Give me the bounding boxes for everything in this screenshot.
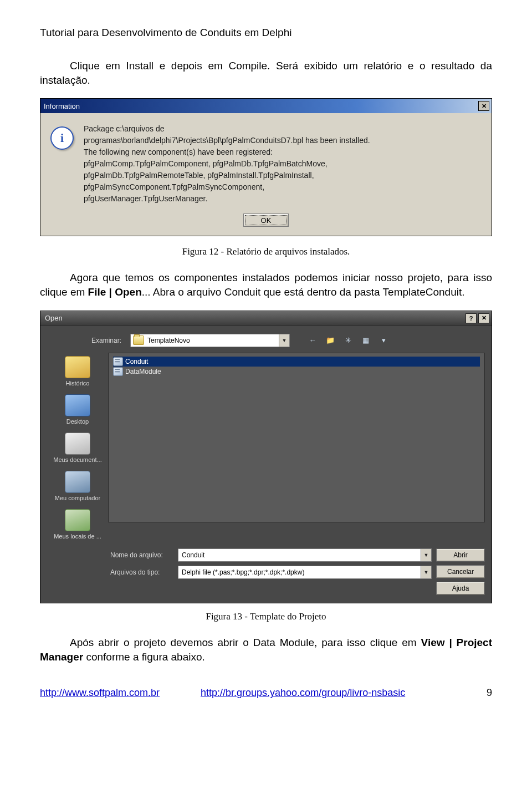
place-computer[interactable]: Meu computador bbox=[48, 471, 107, 501]
open-dialog: Open ? ✕ Examinar: TemplateNovo ▼ ← 📁 ✳ … bbox=[40, 311, 492, 603]
paragraph-open: Agora que temos os componentes instalado… bbox=[40, 271, 492, 299]
page-footer: http://www.softpalm.com.br http://br.gro… bbox=[40, 687, 492, 699]
footer-link-2[interactable]: http://br.groups.yahoo.com/group/livro-n… bbox=[201, 687, 405, 698]
views-dropdown-icon[interactable]: ▾ bbox=[377, 334, 390, 347]
lookin-label: Examinar: bbox=[47, 337, 126, 344]
page-header: Tutorial para Desenvolvimento de Conduit… bbox=[40, 27, 492, 39]
open-toolbar: ← 📁 ✳ ▦ ▾ bbox=[306, 334, 390, 347]
place-label: Meu computador bbox=[55, 495, 101, 501]
information-dialog: Information ✕ i Package c:\arquivos de p… bbox=[40, 98, 492, 236]
place-label: Histórico bbox=[66, 380, 90, 387]
open-dialog-title: Open bbox=[45, 314, 466, 322]
network-icon bbox=[65, 509, 90, 531]
paragraph-intro: Clique em Install e depois em Compile. S… bbox=[40, 59, 492, 87]
dialog-icon-cell: i bbox=[50, 123, 84, 205]
cancel-button[interactable]: Cancelar bbox=[436, 565, 485, 578]
desktop-icon bbox=[65, 394, 90, 416]
filetype-label: Arquivos do tipo: bbox=[110, 568, 175, 576]
documents-icon bbox=[65, 433, 90, 455]
computer-icon bbox=[65, 471, 90, 493]
file-name: DataModule bbox=[125, 368, 161, 375]
dialog-message: Package c:\arquivos de programas\borland… bbox=[84, 123, 482, 205]
open-form: Nome do arquivo: ▼ Arquivos do tipo: ▼ bbox=[110, 548, 432, 595]
help-button[interactable]: Ajuda bbox=[436, 582, 485, 595]
dialog-title: Information bbox=[44, 102, 478, 110]
help-icon[interactable]: ? bbox=[466, 313, 477, 323]
filetype-field[interactable] bbox=[178, 566, 421, 578]
place-history[interactable]: Histórico bbox=[48, 356, 107, 387]
open-dialog-lookin-row: Examinar: TemplateNovo ▼ ← 📁 ✳ ▦ ▾ bbox=[40, 326, 492, 353]
figure-caption-13: Figura 13 - Template do Projeto bbox=[40, 611, 492, 622]
lookin-combo[interactable]: TemplateNovo ▼ bbox=[130, 334, 290, 347]
delphi-unit-icon bbox=[113, 367, 123, 376]
list-item[interactable]: DataModule bbox=[113, 367, 480, 377]
filetype-combo[interactable]: ▼ bbox=[178, 566, 432, 579]
figure-caption-12: Figura 12 - Relatório de arquivos instal… bbox=[40, 246, 492, 257]
footer-link-1[interactable]: http://www.softpalm.com.br bbox=[40, 687, 160, 698]
page-number: 9 bbox=[475, 687, 492, 699]
chevron-down-icon[interactable]: ▼ bbox=[279, 334, 289, 347]
file-list[interactable]: Conduit DataModule bbox=[108, 353, 485, 522]
ok-button[interactable]: OK bbox=[243, 214, 289, 227]
dialog-titlebar: Information ✕ bbox=[40, 99, 492, 113]
filename-label: Nome do arquivo: bbox=[110, 551, 175, 559]
place-documents[interactable]: Meus document... bbox=[48, 433, 107, 463]
file-name: Conduit bbox=[125, 358, 148, 365]
filename-input[interactable]: ▼ bbox=[178, 548, 432, 562]
places-bar: Histórico Desktop Meus document... Meu c… bbox=[47, 353, 108, 543]
place-network[interactable]: Meus locais de ... bbox=[48, 509, 107, 540]
open-dialog-titlebar: Open ? ✕ bbox=[40, 311, 492, 326]
place-desktop[interactable]: Desktop bbox=[48, 394, 107, 425]
place-label: Desktop bbox=[66, 418, 89, 425]
place-label: Meus locais de ... bbox=[54, 533, 101, 540]
close-icon[interactable]: ✕ bbox=[478, 313, 489, 323]
up-folder-icon[interactable]: 📁 bbox=[324, 334, 336, 347]
info-icon: i bbox=[50, 126, 74, 150]
chevron-down-icon[interactable]: ▼ bbox=[421, 566, 431, 578]
close-icon[interactable]: ✕ bbox=[478, 101, 489, 111]
paragraph-view: Após abrir o projeto devemos abrir o Dat… bbox=[40, 636, 492, 664]
list-item[interactable]: Conduit bbox=[113, 357, 480, 367]
new-folder-icon[interactable]: ✳ bbox=[342, 334, 354, 347]
place-label: Meus document... bbox=[53, 456, 101, 463]
delphi-unit-icon bbox=[113, 357, 123, 366]
chevron-down-icon[interactable]: ▼ bbox=[421, 549, 431, 561]
filename-field[interactable] bbox=[178, 549, 421, 561]
back-icon[interactable]: ← bbox=[306, 334, 319, 347]
folder-icon bbox=[133, 336, 144, 345]
history-folder-icon bbox=[65, 356, 90, 378]
open-button[interactable]: Abrir bbox=[436, 548, 485, 562]
views-icon[interactable]: ▦ bbox=[360, 334, 372, 347]
lookin-value: TemplateNovo bbox=[146, 337, 279, 344]
